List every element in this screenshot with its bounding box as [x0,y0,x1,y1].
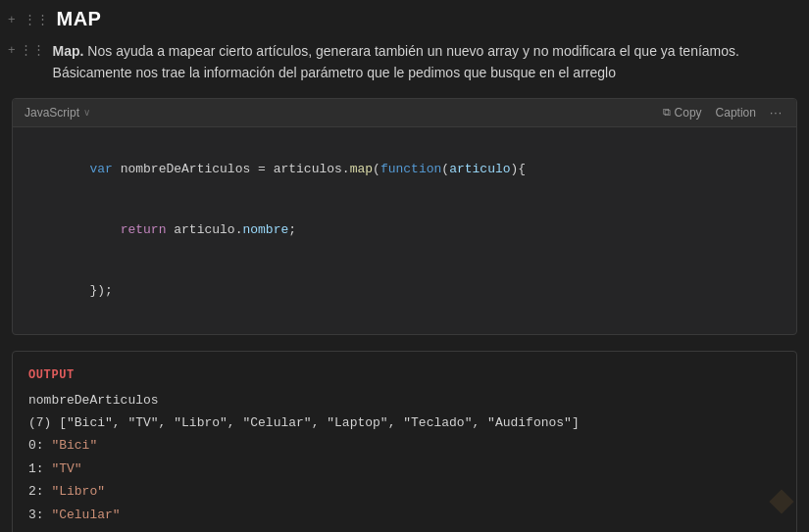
paragraph-row: + ⋮⋮ Map. Nos ayuda a mapear cierto artí… [0,38,809,94]
code-block: JavaScript ∨ ⧉ Copy Caption ··· var nomb… [12,98,797,335]
output-item-value: "Libro" [51,484,105,499]
output-items-list: 0: "Bici"1: "TV"2: "Libro"3: "Celular"4:… [28,434,781,532]
paragraph-body: Nos ayuda a mapear cierto artículos, gen… [53,43,739,80]
more-options-button[interactable]: ··· [766,104,786,121]
output-item-value: "Celular" [51,508,120,522]
header-add-icon[interactable]: + [8,12,16,26]
para-icons: + ⋮⋮ [8,40,45,57]
code-line-2: return articulo.nombre; [28,200,781,261]
output-item-index: 2: [28,484,51,499]
caption-button[interactable]: Caption [712,104,760,121]
page: + ⋮⋮ MAP + ⋮⋮ Map. Nos ayuda a mapear ci… [0,0,809,532]
code-actions: ⧉ Copy Caption ··· [659,104,786,121]
code-content: var nombreDeArticulos = articulos.map(fu… [13,127,796,334]
output-item: 3: "Celular" [28,504,781,526]
output-item-value: "Bici" [51,438,97,453]
output-item: 0: "Bici" [28,434,781,457]
output-label: OUTPUT [28,365,781,387]
code-language-label: JavaScript [25,106,79,120]
copy-button[interactable]: ⧉ Copy [659,104,706,121]
para-add-icon[interactable]: + [8,42,16,57]
output-item: 4: "Laptop" [28,526,781,532]
svg-marker-0 [769,489,793,513]
page-title: MAP [57,8,102,30]
copy-icon: ⧉ [663,106,671,119]
header-drag-icon[interactable]: ⋮⋮ [24,12,49,26]
output-block: OUTPUT nombreDeArticulos (7) ["Bici", "T… [12,351,797,532]
watermark [768,488,795,518]
code-line-1: var nombreDeArticulos = articulos.map(fu… [28,139,781,200]
chevron-down-icon: ∨ [83,107,90,118]
output-item-index: 3: [28,508,51,522]
output-item-index: 1: [28,461,51,476]
header-row: + ⋮⋮ MAP [0,0,809,38]
copy-label: Copy [675,106,702,120]
paragraph-text: Map. Nos ayuda a mapear cierto artículos… [53,40,797,84]
output-item-value: "TV" [51,461,81,476]
output-item: 2: "Libro" [28,480,781,503]
code-language[interactable]: JavaScript ∨ [25,106,90,120]
output-var-name: nombreDeArticulos [28,389,781,411]
output-item-index: 0: [28,438,51,453]
code-block-header: JavaScript ∨ ⧉ Copy Caption ··· [13,99,796,127]
para-drag-icon[interactable]: ⋮⋮ [20,42,45,57]
output-array-display: (7) ["Bici", "TV", "Libro", "Celular", "… [28,411,781,434]
output-item: 1: "TV" [28,458,781,480]
code-line-3: }); [28,262,781,322]
paragraph-bold: Map. [53,43,84,59]
